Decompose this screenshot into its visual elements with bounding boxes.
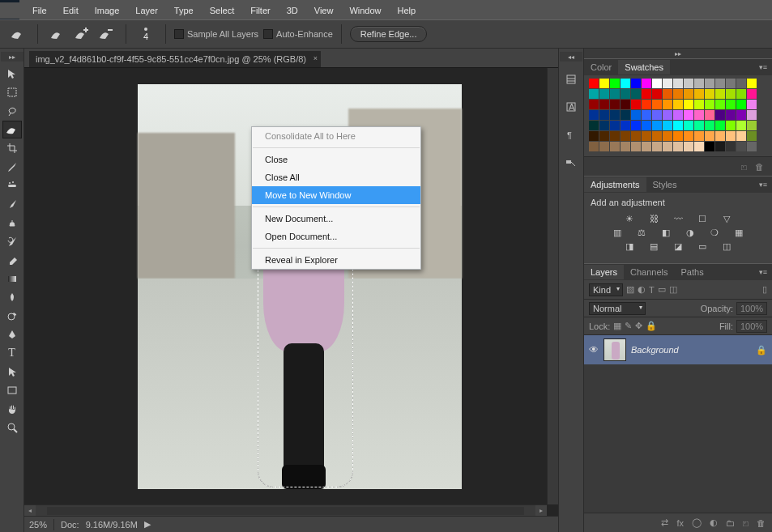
new-layer-icon[interactable]: ⏍ [743, 518, 749, 528]
swatch[interactable] [631, 110, 641, 120]
zoom-value[interactable]: 25% [29, 520, 47, 530]
swatch[interactable] [726, 131, 736, 141]
filter-type-icon[interactable]: T [649, 285, 655, 295]
tab-adjustments[interactable]: Adjustments [584, 177, 646, 192]
swatch[interactable] [726, 100, 736, 109]
refine-edge-button[interactable]: Refine Edge... [350, 26, 428, 42]
swatch[interactable] [652, 100, 662, 109]
lock-all-icon[interactable]: 🔒 [646, 321, 657, 331]
swatch[interactable] [715, 89, 725, 99]
swatch[interactable] [652, 89, 662, 99]
lock-position-icon[interactable]: ✥ [635, 321, 642, 331]
swatch[interactable] [589, 79, 599, 88]
link-layers-icon[interactable]: ⇄ [661, 517, 668, 528]
swatch[interactable] [673, 89, 683, 99]
status-arrow-icon[interactable]: ▶ [144, 519, 151, 530]
character-panel-icon[interactable]: A [561, 97, 581, 117]
swatch[interactable] [610, 121, 620, 130]
swatch[interactable] [736, 121, 746, 130]
eyedropper-tool[interactable] [2, 158, 22, 176]
opacity-field[interactable]: 100% [736, 302, 767, 315]
swatch[interactable] [726, 110, 736, 120]
swatch[interactable] [610, 100, 620, 109]
menu-type[interactable]: Type [166, 3, 202, 18]
swatch[interactable] [694, 121, 704, 130]
history-brush-tool[interactable] [2, 232, 22, 250]
levels-icon[interactable]: ⛓ [646, 214, 661, 224]
add-to-selection-icon[interactable] [70, 24, 93, 44]
hue-saturation-icon[interactable]: ▥ [610, 228, 625, 238]
swatch[interactable] [673, 121, 683, 130]
swatch[interactable] [621, 131, 630, 141]
layer-mask-icon[interactable]: ◯ [692, 517, 702, 528]
swatch[interactable] [589, 131, 599, 141]
tab-channels[interactable]: Channels [624, 265, 674, 279]
swatch[interactable] [726, 79, 736, 88]
swatch[interactable] [736, 142, 746, 151]
clone-stamp-tool[interactable] [2, 214, 22, 232]
swatch[interactable] [621, 79, 630, 88]
swatch[interactable] [642, 121, 651, 130]
swatch[interactable] [736, 79, 746, 88]
color-balance-icon[interactable]: ⚖ [634, 228, 649, 238]
new-swatch-icon[interactable]: ⏍ [741, 162, 747, 172]
layer-thumbnail[interactable] [604, 338, 626, 361]
vertical-scrollbar[interactable] [547, 68, 558, 504]
swatch[interactable] [652, 110, 662, 120]
zoom-tool[interactable] [2, 419, 22, 436]
swatch[interactable] [642, 110, 651, 120]
filter-smart-icon[interactable]: ◫ [669, 284, 677, 295]
swatch[interactable] [621, 121, 630, 130]
rectangular-marquee-tool[interactable] [2, 83, 22, 101]
swatch[interactable] [684, 121, 693, 130]
swatch[interactable] [715, 131, 725, 141]
swatch[interactable] [684, 110, 693, 120]
history-panel-icon[interactable] [561, 70, 581, 89]
swatch[interactable] [694, 142, 704, 151]
swatch[interactable] [599, 79, 609, 88]
curves-icon[interactable]: 〰 [671, 214, 685, 224]
swatch[interactable] [705, 89, 714, 99]
tab-color[interactable]: Color [584, 60, 618, 74]
crop-tool[interactable] [2, 139, 22, 157]
visibility-icon[interactable]: 👁 [589, 344, 599, 355]
swatches-grid[interactable] [589, 79, 767, 151]
horizontal-scrollbar[interactable]: ◂ ▸ [24, 504, 547, 516]
gradient-tool[interactable] [2, 270, 22, 287]
swatch[interactable] [726, 121, 736, 130]
swatch[interactable] [694, 131, 704, 141]
gutter-collapse-toggle[interactable]: ◂◂ [560, 52, 582, 62]
sample-all-layers-checkbox[interactable]: Sample All Layers [174, 29, 258, 39]
type-tool[interactable]: T [2, 344, 22, 362]
rectangle-tool[interactable] [2, 381, 22, 399]
lock-image-icon[interactable]: ✎ [625, 321, 632, 331]
layer-style-icon[interactable]: fx [676, 518, 684, 528]
black-white-icon[interactable]: ◧ [659, 228, 673, 238]
swatch[interactable] [736, 89, 746, 99]
swatch[interactable] [589, 89, 599, 99]
move-tool[interactable] [2, 65, 22, 83]
brush-picker[interactable]: 4 [134, 24, 157, 44]
tab-layers[interactable]: Layers [584, 265, 624, 279]
paragraph-panel-icon[interactable]: ¶ [561, 125, 581, 144]
layer-name[interactable]: Background [631, 345, 751, 355]
photo-filter-icon[interactable]: ◑ [683, 228, 697, 238]
swatch[interactable] [684, 79, 693, 88]
swatch[interactable] [642, 100, 651, 109]
swatch[interactable] [663, 79, 672, 88]
swatch[interactable] [736, 131, 746, 141]
hand-tool[interactable] [2, 400, 22, 418]
swatch[interactable] [715, 110, 725, 120]
swatch[interactable] [705, 121, 714, 130]
swatch[interactable] [705, 110, 714, 120]
swatch[interactable] [642, 131, 651, 141]
swatch[interactable] [663, 110, 672, 120]
swatch[interactable] [642, 89, 651, 99]
panel-menu-icon[interactable]: ▾≡ [754, 63, 772, 71]
blur-tool[interactable] [2, 288, 22, 306]
swatch[interactable] [631, 121, 641, 130]
ctx-new-document[interactable]: New Document... [252, 210, 420, 228]
new-fill-adjustment-icon[interactable]: ◐ [710, 517, 718, 528]
swatch[interactable] [705, 131, 714, 141]
swatch[interactable] [599, 110, 609, 120]
